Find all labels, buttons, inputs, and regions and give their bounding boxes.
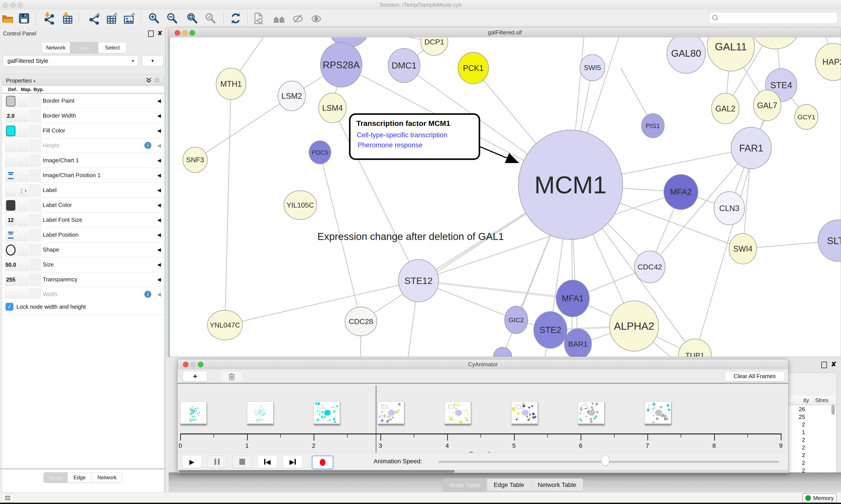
network-node-GAL11[interactable]: GAL11 bbox=[707, 37, 754, 71]
mapping-cell[interactable] bbox=[17, 125, 29, 137]
expand-property-icon[interactable]: ◀ bbox=[157, 123, 161, 138]
bypass-cell[interactable] bbox=[30, 125, 41, 137]
timeline-frame-5[interactable] bbox=[512, 401, 538, 425]
network-node-GAL7[interactable]: GAL7 bbox=[753, 90, 781, 121]
tab-network[interactable]: Network bbox=[42, 42, 70, 53]
table-cell-value[interactable]: 25 bbox=[788, 414, 805, 420]
hide-selected-icon[interactable] bbox=[292, 12, 304, 24]
float-window-icon[interactable] bbox=[148, 31, 154, 37]
property-row-fill-color[interactable]: Fill Color◀ bbox=[2, 123, 164, 138]
bypass-cell[interactable] bbox=[30, 273, 41, 286]
table-cell-value[interactable]: 2 bbox=[788, 436, 805, 443]
zoom-out-icon[interactable] bbox=[166, 12, 178, 24]
export-table-icon[interactable] bbox=[106, 12, 118, 24]
network-canvas[interactable]: DCP1RPS28ADMC1PCK1SWI5GAL80GAL11STE4HAP2… bbox=[169, 37, 841, 357]
new-network-from-selection-icon[interactable] bbox=[252, 12, 265, 24]
bypass-cell[interactable] bbox=[30, 229, 41, 241]
bypass-cell[interactable] bbox=[30, 154, 41, 167]
network-node-ALPHA2[interactable]: ALPHA2 bbox=[609, 301, 659, 351]
property-row-label-color[interactable]: Label Color◀ bbox=[2, 198, 164, 213]
network-node-GIC2[interactable]: GIC2 bbox=[505, 306, 528, 334]
timeline-frame-0[interactable] bbox=[180, 401, 207, 425]
expand-property-icon[interactable]: ◀ bbox=[157, 138, 161, 153]
default-value-cell[interactable] bbox=[5, 95, 16, 107]
table-vertical-scrollbar[interactable] bbox=[831, 405, 835, 415]
network-node-HAP2[interactable]: HAP2 bbox=[816, 43, 841, 80]
window-close-icon[interactable] bbox=[183, 362, 189, 367]
property-row-transparency[interactable]: 255Transparency◀ bbox=[2, 272, 164, 287]
search-input[interactable] bbox=[709, 12, 838, 24]
expand-all-icon[interactable] bbox=[154, 77, 160, 84]
mapping-cell[interactable] bbox=[17, 199, 29, 212]
default-value-cell[interactable] bbox=[5, 199, 16, 212]
clear-all-frames-button[interactable]: Clear All Frames bbox=[725, 371, 785, 381]
delete-frame-button[interactable] bbox=[220, 371, 243, 382]
network-node-MCM1[interactable]: MCM1 bbox=[518, 130, 623, 239]
close-panel-icon[interactable]: ✘ bbox=[831, 360, 836, 368]
network-node-DMC1[interactable]: DMC1 bbox=[388, 48, 420, 83]
mapping-cell[interactable]: ⋮› bbox=[17, 184, 29, 197]
mapping-cell[interactable] bbox=[17, 154, 29, 167]
skip-to-start-button[interactable]: ◀ bbox=[257, 455, 277, 468]
expand-property-icon[interactable]: ◀ bbox=[157, 228, 161, 242]
close-panel-icon[interactable]: ✘ bbox=[158, 30, 162, 37]
default-value-cell[interactable] bbox=[5, 125, 16, 137]
network-node-SWI5[interactable]: SWI5 bbox=[580, 55, 605, 81]
info-icon[interactable]: i bbox=[144, 142, 151, 149]
timeline-frame-6[interactable] bbox=[578, 401, 604, 425]
table-cell-value[interactable]: 26 bbox=[788, 406, 805, 413]
mapping-cell[interactable] bbox=[17, 273, 29, 286]
network-node-YIL105C[interactable]: YIL105C bbox=[284, 191, 317, 220]
style-options-button[interactable]: ▼ bbox=[142, 55, 163, 67]
table-cell-value[interactable]: 2 bbox=[788, 421, 805, 428]
window-close-icon[interactable] bbox=[175, 30, 180, 36]
export-network-icon[interactable] bbox=[88, 12, 100, 24]
network-node-STE2[interactable]: STE2 bbox=[534, 311, 567, 348]
table-column-header[interactable]: ity bbox=[803, 397, 809, 404]
default-value-cell[interactable] bbox=[5, 154, 16, 167]
open-session-icon[interactable] bbox=[2, 12, 14, 24]
network-node-GAL80[interactable]: GAL80 bbox=[667, 37, 705, 73]
import-table-icon[interactable] bbox=[62, 12, 74, 24]
bypass-cell[interactable] bbox=[30, 244, 41, 256]
first-neighbors-icon[interactable] bbox=[273, 12, 285, 24]
skip-to-end-button[interactable]: ▶ bbox=[283, 455, 302, 468]
record-button[interactable] bbox=[312, 455, 334, 469]
timeline-horizontal-scrollbar[interactable] bbox=[178, 470, 788, 473]
play-button[interactable]: ▶ bbox=[182, 455, 202, 468]
timeline[interactable]: 0123456789 Seconds bbox=[178, 383, 788, 453]
network-node-GCY1[interactable]: GCY1 bbox=[795, 105, 818, 129]
network-node-PDC5[interactable]: PDC5 bbox=[309, 141, 331, 164]
expand-property-icon[interactable]: ◀ bbox=[157, 183, 161, 197]
window-zoom-icon[interactable] bbox=[18, 2, 23, 8]
property-row-size[interactable]: 50.0Size◀ bbox=[2, 257, 164, 272]
bypass-cell[interactable] bbox=[30, 199, 41, 212]
network-node-DCP1[interactable]: DCP1 bbox=[421, 37, 448, 55]
zoom-selected-icon[interactable] bbox=[204, 12, 217, 24]
tab-style[interactable]: Style bbox=[70, 42, 99, 53]
property-row-border-paint[interactable]: Border Paint◀ bbox=[2, 93, 164, 108]
add-frame-button[interactable]: + bbox=[183, 371, 208, 382]
network-node-RPS28A[interactable]: RPS28A bbox=[320, 42, 362, 87]
import-network-icon[interactable] bbox=[43, 12, 55, 24]
mapping-cell[interactable] bbox=[17, 140, 29, 152]
bypass-cell[interactable] bbox=[30, 184, 41, 197]
network-node-MTH1[interactable]: MTH1 bbox=[216, 68, 246, 100]
memory-button[interactable]: Memory bbox=[803, 493, 837, 503]
show-all-icon[interactable] bbox=[310, 12, 322, 24]
node-table[interactable]: ity Stres 26252122222 bbox=[788, 396, 836, 472]
network-node-FAR1[interactable]: FAR1 bbox=[731, 127, 771, 169]
property-row-label-position[interactable]: Label Position◀ bbox=[2, 228, 164, 242]
network-node-unlabeled[interactable] bbox=[494, 347, 512, 357]
table-cell-value[interactable]: 1 bbox=[788, 429, 805, 436]
mapping-cell[interactable] bbox=[17, 244, 29, 256]
default-value-cell[interactable] bbox=[5, 169, 16, 182]
bypass-cell[interactable] bbox=[30, 169, 41, 182]
tab-network[interactable]: Network bbox=[92, 472, 122, 483]
annotation-link[interactable]: Pheromone response bbox=[358, 141, 423, 149]
default-value-cell[interactable]: 2.0 bbox=[5, 110, 16, 122]
network-node-PCK1[interactable]: PCK1 bbox=[458, 52, 489, 84]
network-node-SLT2[interactable]: SLT2 bbox=[818, 220, 841, 262]
timeline-frame-7[interactable] bbox=[645, 401, 671, 425]
default-value-cell[interactable]: 12 bbox=[5, 214, 16, 227]
